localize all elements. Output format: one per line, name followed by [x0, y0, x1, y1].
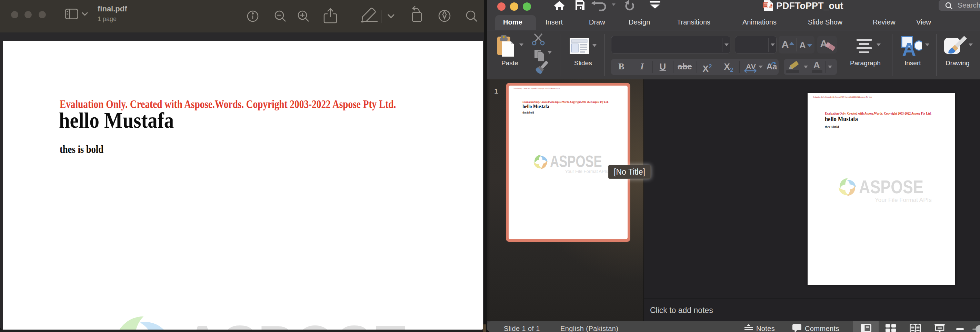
svg-text:A: A — [902, 38, 916, 57]
